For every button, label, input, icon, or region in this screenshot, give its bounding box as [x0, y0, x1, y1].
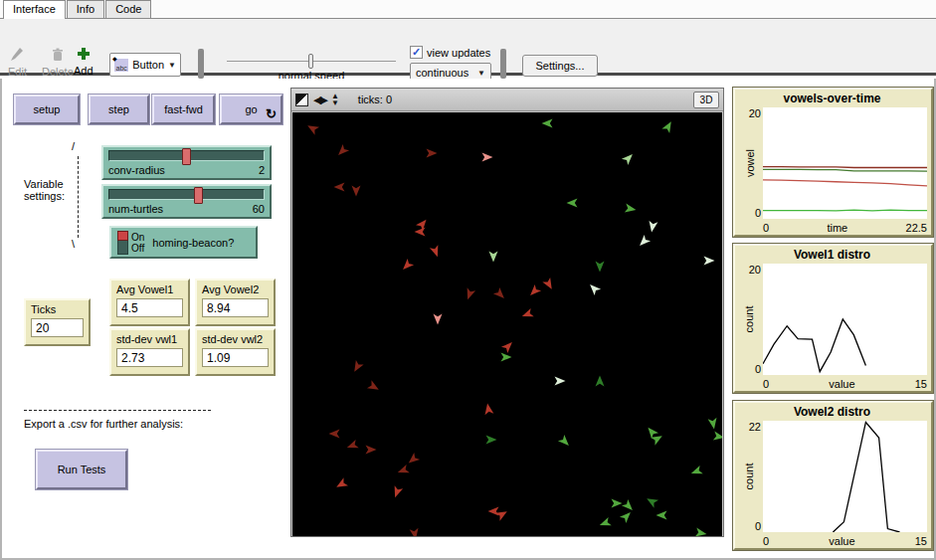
bracket-backslash: \ [72, 238, 75, 250]
plot-area [763, 107, 927, 219]
pencil-icon [9, 47, 25, 63]
switch-off-label: Off [131, 243, 144, 254]
std-dev-vwl2-label: std-dev vwl2 [202, 333, 269, 345]
y-axis-label: count [743, 464, 755, 490]
plot-title: Vowel2 distro [737, 405, 927, 421]
tab-code[interactable]: Code [105, 0, 151, 18]
turtle [704, 257, 715, 266]
conv-radius-slider[interactable]: conv-radius 2 [101, 145, 272, 180]
tab-info[interactable]: Info [67, 0, 104, 18]
y-tick-min: 0 [755, 363, 761, 375]
homing-beacon-switch[interactable]: On Off homing-beacon? [109, 226, 258, 259]
num-turtles-slider[interactable]: num-turtles 60 [101, 184, 272, 219]
netlogo-window: Interface Info Code Edit Delete Add abc … [0, 0, 936, 560]
turtle [622, 151, 636, 165]
y-axis-label: vowel [744, 149, 756, 177]
turtle [567, 199, 578, 208]
resize-corner-icon [295, 93, 308, 106]
vowel2-distro-plot: Vowel2 distro 22 count 0 0 value 15 [733, 401, 933, 550]
setup-label: setup [34, 103, 61, 115]
edit-button[interactable]: Edit [8, 47, 27, 78]
num-turtles-track[interactable] [108, 189, 265, 200]
turtle [501, 353, 512, 362]
turtles-layer [292, 112, 722, 536]
switch-toggle[interactable] [117, 231, 128, 255]
turtle [427, 149, 438, 158]
run-tests-button[interactable]: Run Tests [36, 450, 127, 489]
bracket-dashed-line [78, 156, 79, 238]
chevron-down-icon: ▼ [477, 69, 485, 78]
turtle [520, 308, 533, 320]
3d-button[interactable]: 3D [693, 92, 719, 108]
ticks-monitor-label: Ticks [31, 303, 84, 315]
turtle [400, 259, 414, 273]
fast-fwd-button[interactable]: fast-fwd [152, 94, 215, 124]
x-axis-label: time [827, 222, 847, 234]
conv-radius-track[interactable] [108, 150, 265, 161]
turtle [345, 440, 358, 452]
speed-slider-track[interactable] [227, 61, 396, 62]
turtle [482, 153, 493, 162]
std-dev-vwl2-value: 1.09 [202, 348, 269, 367]
step-button[interactable]: step [89, 94, 149, 124]
x-tick-min: 0 [763, 535, 769, 547]
add-label: Add [74, 65, 94, 77]
turtle [350, 360, 363, 374]
turtle [352, 186, 361, 197]
update-mode-value: continuous [416, 67, 468, 79]
turtle [598, 517, 611, 529]
turtle [695, 528, 707, 536]
fast-fwd-label: fast-fwd [164, 103, 203, 115]
toolbar-separator [500, 49, 506, 79]
speed-slider: normal speed [227, 49, 396, 82]
turtle [637, 235, 651, 249]
x-tick-min: 0 [763, 378, 769, 390]
turtle [486, 436, 497, 445]
chevron-down-icon: ▼ [168, 61, 176, 70]
y-tick-min: 0 [755, 520, 761, 532]
toolbar: Edit Delete Add abc Button ▼ normal spee… [0, 19, 936, 76]
view-updates-group: ✓ view updates continuous ▼ [410, 46, 491, 83]
avg-vowel2-monitor: Avg Vowel2 8.94 [195, 279, 276, 326]
view-updates-checkbox[interactable]: ✓ [410, 46, 423, 59]
x-tick-max: 15 [915, 535, 927, 547]
x-tick-max: 22.5 [906, 222, 927, 234]
world-canvas[interactable] [292, 112, 722, 536]
delete-button[interactable]: Delete [42, 47, 74, 78]
std-dev-vwl2-monitor: std-dev vwl2 1.09 [195, 328, 276, 376]
turtle [434, 314, 443, 325]
turtle [329, 430, 340, 439]
toolbar-separator [198, 49, 204, 79]
turtle [415, 228, 426, 237]
ticks-monitor-value: 20 [31, 318, 84, 337]
turtle [661, 119, 674, 133]
widget-type-dropdown[interactable]: abc Button ▼ [109, 53, 181, 77]
speed-slider-knob[interactable] [308, 54, 313, 69]
conv-radius-knob[interactable] [182, 148, 191, 165]
x-tick-min: 0 [763, 222, 769, 234]
num-turtles-knob[interactable] [194, 187, 203, 204]
turtle [620, 509, 634, 523]
widget-type-value: Button [132, 59, 164, 71]
turtle [488, 507, 499, 516]
tab-interface[interactable]: Interface [3, 0, 66, 19]
y-axis: 20 vowel 0 [737, 107, 763, 219]
settings-button[interactable]: Settings... [522, 55, 598, 77]
vowels-over-time-plot: vowels-over-time 20 vowel 0 0 time 22.5 [733, 88, 933, 237]
y-axis: 20 count 0 [737, 264, 763, 375]
turtle [495, 507, 509, 520]
go-button[interactable]: go ↻ [220, 94, 282, 124]
interface-canvas: setup step fast-fwd go ↻ Variable settin… [0, 79, 936, 560]
conv-radius-label: conv-radius [108, 164, 165, 176]
switch-on-label: On [131, 232, 144, 243]
setup-button[interactable]: setup [14, 94, 80, 124]
turtle [334, 477, 348, 490]
turtle [558, 435, 572, 449]
turtle [335, 144, 349, 158]
add-button[interactable]: Add [74, 46, 94, 77]
forever-loop-icon: ↻ [266, 108, 277, 119]
turtle [366, 446, 377, 455]
delete-label: Delete [42, 66, 74, 78]
y-tick-max: 22 [749, 421, 761, 433]
edit-label: Edit [8, 66, 27, 78]
